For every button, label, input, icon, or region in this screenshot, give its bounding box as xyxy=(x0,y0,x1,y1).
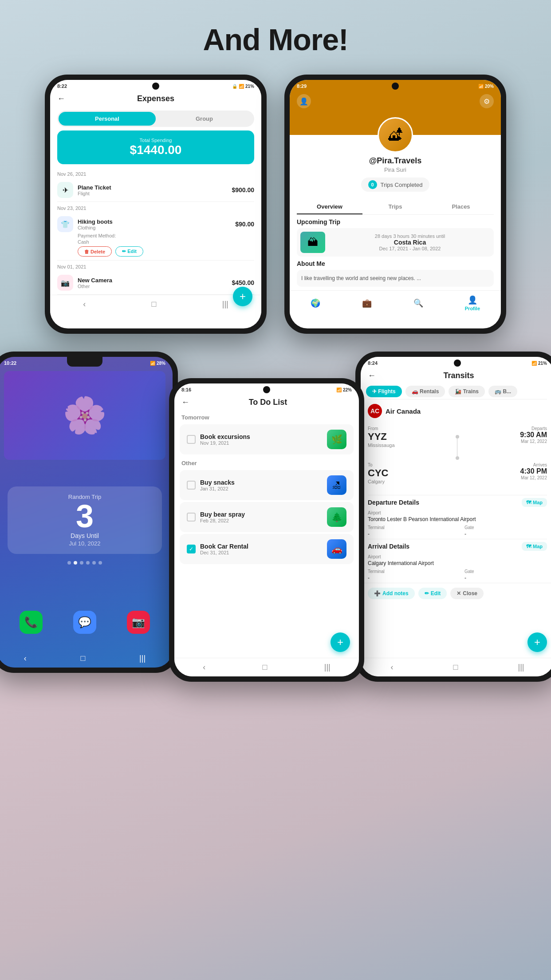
app-icon-camera[interactable]: 📷 xyxy=(127,611,150,634)
add-transit-fab[interactable]: + xyxy=(527,632,547,652)
dot-2 xyxy=(74,561,77,565)
tab-trains[interactable]: 🚂 Trains xyxy=(449,386,485,397)
app-icon-phone[interactable]: 📞 xyxy=(20,611,43,634)
gate-col-dep: Gate - xyxy=(457,524,551,539)
edit-button[interactable]: ✏ Edit xyxy=(115,246,143,257)
from-label: From xyxy=(368,426,395,431)
departure-details-title: Departure Details xyxy=(368,499,419,506)
back-button-todo[interactable]: ← xyxy=(181,398,189,407)
arrival-row: To CYC Calgary Arrives 4:30 PM Mar 12, 2… xyxy=(368,462,547,484)
edit-transit-button[interactable]: ✏ Edit xyxy=(418,588,447,599)
tab-group[interactable]: Group xyxy=(156,112,253,126)
nav-recents-expenses[interactable]: ||| xyxy=(222,300,228,309)
map-button-arr[interactable]: 🗺 Map xyxy=(522,542,547,551)
add-notes-button[interactable]: ➕ Add notes xyxy=(368,588,415,599)
nav-recents-todo[interactable]: ||| xyxy=(324,663,331,672)
checkbox-4[interactable]: ✓ xyxy=(187,545,196,553)
checkbox-2[interactable] xyxy=(187,481,196,490)
status-icons-profile: 📶 20% xyxy=(478,84,494,89)
widget-bg-image: 🌸 xyxy=(4,371,165,460)
trip-card[interactable]: 🏔 28 days 3 hours 30 minutes until Costa… xyxy=(297,228,494,257)
nav-home-widget[interactable]: □ xyxy=(81,654,86,663)
nav-home-todo[interactable]: □ xyxy=(263,663,268,672)
checkbox-1[interactable] xyxy=(187,435,196,444)
tab-personal[interactable]: Personal xyxy=(59,112,156,126)
nav-recents-transits[interactable]: ||| xyxy=(518,663,524,672)
add-todo-fab[interactable]: + xyxy=(331,632,350,652)
tab-trips[interactable]: Trips xyxy=(362,200,428,214)
phone-transits: 8:24 📶 21% ← Transits ✈ Flights 🚗 Rental… xyxy=(355,352,551,682)
status-time-profile: 8:29 xyxy=(297,83,307,89)
back-button-transits[interactable]: ← xyxy=(368,371,376,380)
terminal-arr-label: Terminal xyxy=(361,568,457,575)
to-label: To xyxy=(368,462,388,467)
todo-item-4[interactable]: ✓ Book Car Rental Dec 31, 2021 🚗 xyxy=(180,534,354,564)
expenses-header: ← Expenses xyxy=(50,91,261,107)
nav-home-expenses[interactable]: □ xyxy=(152,300,157,309)
nav-home-transits[interactable]: □ xyxy=(453,663,458,672)
expense-info-3: New Camera Other xyxy=(78,277,232,289)
nav-back-expenses[interactable]: ‹ xyxy=(83,300,86,309)
about-text: I like travelling the world and seeing n… xyxy=(301,275,421,281)
nav-back-widget[interactable]: ‹ xyxy=(24,654,27,663)
delete-button[interactable]: 🗑 Delete xyxy=(78,246,112,257)
departs-time: 9:30 AM xyxy=(520,431,547,439)
add-expense-fab[interactable]: + xyxy=(233,287,252,306)
todo-screen: 8:16 📶 22% ← To Do List Tomorrow Book ex… xyxy=(174,383,359,676)
nav-search[interactable]: 🔍 xyxy=(413,298,423,308)
nav-recents-widget[interactable]: ||| xyxy=(139,654,146,663)
tab-overview[interactable]: Overview xyxy=(297,200,362,214)
phone-expenses: 8:22 🔒 📶 21% ← Expenses Personal Group xyxy=(45,75,267,334)
tab-bus[interactable]: 🚌 B... xyxy=(488,386,517,397)
app-icon-chat[interactable]: 💬 xyxy=(73,611,96,634)
about-label: About Me xyxy=(297,260,494,267)
upcoming-label: Upcoming Trip xyxy=(297,218,494,225)
add-notes-label: Add notes xyxy=(382,590,409,597)
expense-info-1: Plane Ticket Flight xyxy=(78,184,232,196)
edit-label: Edit xyxy=(431,590,441,597)
tab-rentals[interactable]: 🚗 Rentals xyxy=(405,386,445,397)
checkbox-3[interactable] xyxy=(187,513,196,522)
nav-back-transits[interactable]: ‹ xyxy=(391,663,394,672)
status-time-todo: 8:16 xyxy=(181,387,191,392)
close-icon: ✕ xyxy=(457,590,461,597)
transits-screen: 8:24 📶 21% ← Transits ✈ Flights 🚗 Rental… xyxy=(361,357,551,676)
expense-amount-3: $450.00 xyxy=(232,279,254,286)
expense-item-1[interactable]: ✈ Plane Ticket Flight $900.00 xyxy=(57,178,254,202)
todo-item-1[interactable]: Book excursions Nov 19, 2021 🌿 xyxy=(180,424,354,454)
airline-header: AC Air Canada xyxy=(361,399,551,423)
gate-arr-value: - xyxy=(457,575,551,583)
arrives-date: Mar 12, 2022 xyxy=(520,475,547,480)
camera-notch-todo xyxy=(263,386,270,393)
expense-cat-3: Other xyxy=(78,284,232,289)
close-label: Close xyxy=(463,590,477,597)
expense-item-3[interactable]: 📷 New Camera Other $450.00 xyxy=(57,271,254,295)
expense-item-2[interactable]: 👕 Hiking boots Clothing $90.00 Payment M… xyxy=(57,213,254,261)
nav-globe[interactable]: 🌍 xyxy=(311,298,320,308)
nav-profile[interactable]: 👤 Profile xyxy=(465,295,480,311)
status-icons-todo: 📶 22% xyxy=(336,387,352,392)
transits-tabs: ✈ Flights 🚗 Rentals 🚂 Trains 🚌 B... xyxy=(361,384,551,399)
expense-name-2: Hiking boots xyxy=(78,218,235,225)
terminal-col-dep: Terminal - xyxy=(361,524,457,539)
nav-suitcase[interactable]: 💼 xyxy=(362,298,372,308)
nav-back-todo[interactable]: ‹ xyxy=(203,663,205,672)
back-button-expenses[interactable]: ← xyxy=(57,94,65,103)
total-label: Total Spending xyxy=(64,138,247,143)
expense-info-2: Hiking boots Clothing xyxy=(78,218,235,230)
expense-date-1: Nov 26, 2021 xyxy=(57,171,254,177)
flower-decoration: 🌸 xyxy=(63,395,107,436)
map-button-dep[interactable]: 🗺 Map xyxy=(522,498,547,507)
phone-nav-todo: ‹ □ ||| xyxy=(174,658,359,676)
profile-settings-icon[interactable]: ⚙ xyxy=(480,94,494,108)
close-transit-button[interactable]: ✕ Close xyxy=(450,588,484,599)
tab-flights[interactable]: ✈ Flights xyxy=(366,386,402,397)
expenses-tabs: Personal Group xyxy=(57,111,254,127)
todo-item-3[interactable]: Buy bear spray Feb 28, 2022 🌲 xyxy=(180,502,354,532)
tab-places[interactable]: Places xyxy=(428,200,494,214)
profile-realname: Pira Suri xyxy=(297,166,494,173)
phone-profile: 8:29 📶 20% 👤 🏕 ⚙ @Pira.Travels Pira Suri xyxy=(284,75,506,334)
todo-text-4: Book Car Rental Dec 31, 2021 xyxy=(200,543,323,555)
profile-user-icon[interactable]: 👤 xyxy=(297,94,311,108)
todo-item-2[interactable]: Buy snacks Jan 31, 2022 🏖 xyxy=(180,470,354,500)
